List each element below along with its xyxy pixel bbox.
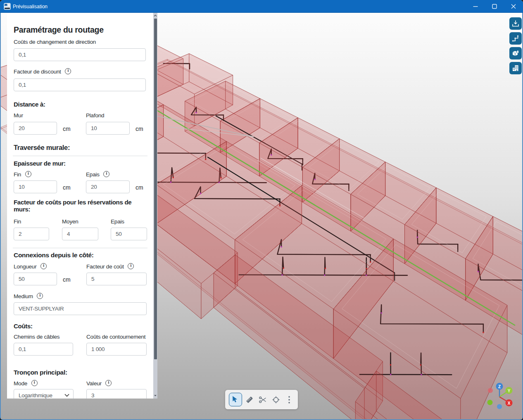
- svg-text:Y: Y: [508, 389, 511, 393]
- svg-text:X: X: [508, 401, 511, 406]
- svg-text:Z: Z: [498, 384, 501, 389]
